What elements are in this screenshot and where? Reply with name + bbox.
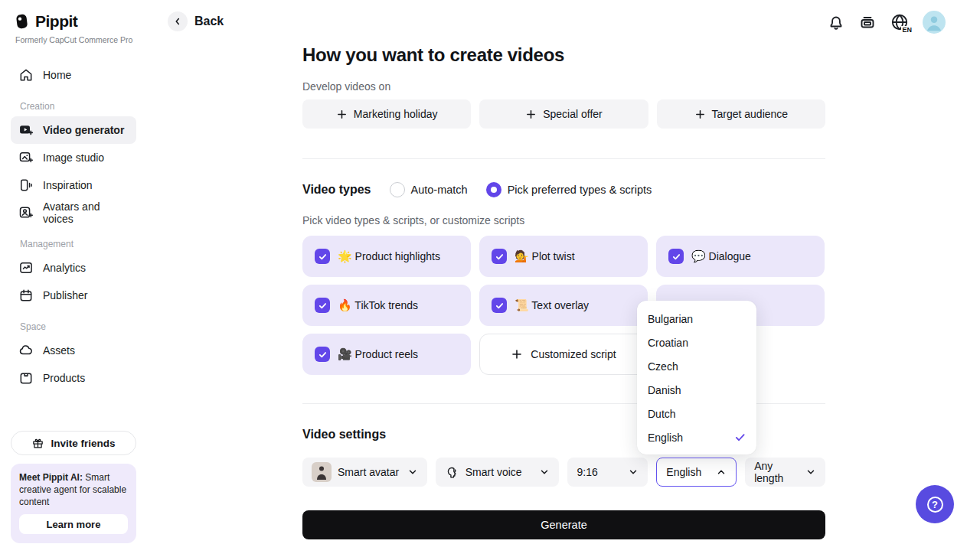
checkbox-checked-icon[interactable]	[315, 298, 330, 313]
video-settings-label: Video settings	[302, 428, 386, 441]
language-option-czech[interactable]: Czech	[637, 354, 756, 378]
customized-script-label: Customized script	[531, 348, 616, 360]
card-label: 🔥 TikTok trends	[338, 298, 418, 312]
page-title: How you want to create videos	[302, 44, 564, 66]
plus-icon	[336, 109, 348, 120]
sidebar-item-inspiration[interactable]: Inspiration	[11, 171, 136, 199]
question-mark-icon: ?	[927, 497, 943, 513]
radio-auto-match[interactable]: Auto-match	[390, 182, 468, 197]
smart-avatar-value: Smart avatar	[338, 466, 399, 478]
pippit-logo-icon	[15, 12, 30, 31]
video-types-hint: Pick video types & scripts, or customize…	[302, 214, 524, 226]
notifications-bell-icon[interactable]	[827, 13, 845, 31]
checkbox-checked-icon[interactable]	[492, 249, 507, 264]
aspect-ratio-select[interactable]: 9:16	[567, 458, 648, 487]
card-product-reels[interactable]: 🎥 Product reels	[302, 334, 471, 375]
video-settings-row: Smart avatar Smart voice 9:16 English An…	[302, 458, 825, 487]
chevron-left-icon	[168, 11, 188, 31]
avatar-thumbnail	[312, 462, 332, 482]
pippit-ai-promo-card: Meet Pippit AI: Smart creative agent for…	[11, 464, 136, 543]
language-option-english[interactable]: English	[637, 425, 756, 449]
language-value: English	[666, 466, 701, 478]
sidebar-bottom: Invite friends Meet Pippit AI: Smart cre…	[11, 431, 136, 543]
assets-cloud-icon	[18, 343, 34, 358]
language-badge: EN	[901, 26, 912, 34]
sidebar-item-label: Products	[43, 372, 85, 384]
sidebar-item-publisher[interactable]: Publisher	[11, 282, 136, 309]
checkbox-checked-icon[interactable]	[315, 249, 330, 264]
card-label: 💬 Dialogue	[691, 249, 751, 263]
sidebar-item-avatars-voices[interactable]: Avatars and voices	[11, 199, 136, 226]
learn-more-button[interactable]: Learn more	[19, 514, 128, 534]
generate-button[interactable]: Generate	[302, 510, 825, 539]
card-label: 💁 Plot twist	[514, 249, 575, 263]
sidebar-item-assets[interactable]: Assets	[11, 337, 136, 364]
chevron-down-icon	[407, 467, 418, 477]
speech-bubble-emoji: 💬	[691, 249, 706, 262]
products-box-icon	[18, 370, 34, 386]
printer-icon[interactable]	[858, 13, 877, 31]
nav-section-space: Space	[20, 321, 145, 332]
plus-icon	[525, 109, 537, 120]
checkbox-checked-icon[interactable]	[668, 249, 684, 264]
develop-videos-label: Develop videos on	[302, 80, 390, 93]
sidebar-item-home[interactable]: Home	[11, 61, 136, 89]
promo-title: Meet Pippit AI:	[19, 472, 83, 483]
language-option-danish[interactable]: Danish	[637, 378, 756, 402]
card-text-overlay[interactable]: 📜 Text overlay	[479, 285, 648, 326]
checkbox-checked-icon[interactable]	[492, 298, 507, 313]
length-select[interactable]: Any length	[745, 458, 825, 487]
card-plot-twist[interactable]: 💁 Plot twist	[479, 236, 648, 277]
voice-icon	[445, 465, 459, 480]
sidebar: Pippit Formerly CapCut Commerce Pro Home…	[0, 0, 145, 544]
radio-label: Pick preferred types & scripts	[508, 184, 652, 196]
language-option-bulgarian[interactable]: Bulgarian	[637, 307, 756, 331]
radio-pick-preferred[interactable]: Pick preferred types & scripts	[486, 182, 652, 197]
smart-avatar-select[interactable]: Smart avatar	[302, 458, 427, 487]
smart-voice-select[interactable]: Smart voice	[436, 458, 560, 487]
radio-selected-icon	[486, 182, 501, 197]
star-emoji: 🌟	[338, 249, 352, 262]
customized-script-button[interactable]: Customized script	[479, 334, 648, 375]
topic-button-label: Marketing holiday	[354, 108, 438, 120]
home-icon	[18, 67, 34, 83]
plus-icon	[694, 109, 706, 120]
smart-voice-value: Smart voice	[466, 466, 522, 478]
chevron-down-icon	[628, 467, 639, 477]
language-option-dutch[interactable]: Dutch	[637, 402, 756, 425]
card-dialogue[interactable]: 💬 Dialogue	[656, 236, 825, 277]
sidebar-item-image-studio[interactable]: Image studio	[11, 144, 136, 171]
sidebar-item-video-generator[interactable]: Video generator	[11, 116, 136, 144]
language-globe-icon[interactable]: EN	[890, 12, 910, 32]
nav-section-management: Management	[20, 239, 145, 249]
video-types-label: Video types	[302, 183, 371, 197]
help-button[interactable]: ?	[916, 485, 954, 523]
sidebar-item-label: Image studio	[43, 151, 104, 164]
language-option-croatian[interactable]: Croatian	[637, 331, 756, 354]
check-icon	[734, 432, 746, 443]
section-divider	[302, 158, 825, 159]
movie-camera-emoji: 🎥	[338, 347, 352, 360]
invite-friends-button[interactable]: Invite friends	[11, 431, 136, 455]
fire-emoji: 🔥	[338, 298, 352, 311]
add-special-offer-button[interactable]: Special offer	[479, 99, 648, 129]
card-tiktok-trends[interactable]: 🔥 TikTok trends	[302, 285, 471, 326]
topic-button-label: Special offer	[543, 108, 603, 120]
sidebar-item-label: Analytics	[43, 262, 86, 274]
add-marketing-holiday-button[interactable]: Marketing holiday	[302, 99, 471, 129]
person-emoji: 💁	[514, 249, 529, 262]
back-button[interactable]: Back	[168, 11, 224, 31]
sidebar-item-analytics[interactable]: Analytics	[11, 254, 136, 282]
topbar-actions: EN	[827, 11, 946, 34]
avatars-icon	[18, 205, 34, 220]
main-content: How you want to create videos Develop vi…	[302, 0, 825, 544]
add-target-audience-button[interactable]: Target audience	[657, 99, 825, 129]
sidebar-item-products[interactable]: Products	[11, 364, 136, 392]
back-label: Back	[194, 15, 224, 28]
user-avatar[interactable]	[923, 11, 946, 34]
invite-friends-label: Invite friends	[51, 438, 115, 449]
radio-unselected-icon	[390, 182, 405, 197]
checkbox-checked-icon[interactable]	[315, 347, 330, 362]
card-product-highlights[interactable]: 🌟 Product highlights	[302, 236, 471, 277]
language-select[interactable]: English	[656, 458, 737, 487]
